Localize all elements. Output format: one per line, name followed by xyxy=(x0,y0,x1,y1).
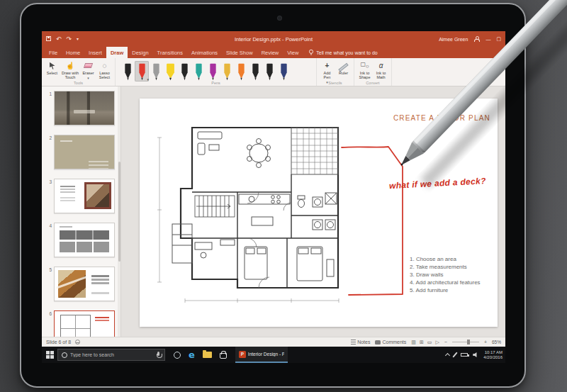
thumbnail-preview[interactable] xyxy=(54,267,115,301)
lasso-select-button[interactable]: ◌ Lasso Select xyxy=(96,60,113,79)
slide-thumbnail[interactable]: 3 xyxy=(46,179,116,213)
pen-swatch[interactable]: ▾ xyxy=(135,61,149,82)
zoom-level[interactable]: 65% xyxy=(492,340,501,345)
pen-swatch[interactable] xyxy=(234,61,248,82)
thumbnail-art xyxy=(55,267,114,301)
volume-icon[interactable] xyxy=(473,352,478,358)
ribbon-tab[interactable]: Insert xyxy=(84,47,106,58)
pen-status-icon[interactable] xyxy=(453,352,458,357)
view-button[interactable]: ⊞ xyxy=(420,340,424,345)
view-button[interactable]: ▥ xyxy=(411,340,416,345)
language-icon[interactable] xyxy=(75,340,80,345)
powerpoint-taskbar-button[interactable]: P Interior Design - P... xyxy=(235,347,288,363)
redo-icon[interactable]: ↷ xyxy=(67,36,72,43)
pen-swatch[interactable] xyxy=(276,61,291,82)
slide-canvas-area: CREATE A FLOOR PLAN xyxy=(121,86,505,337)
clock-date: 4/20/2016 xyxy=(483,355,503,360)
ink-to-shape-button[interactable]: ▢○ Ink to Shape xyxy=(357,60,373,79)
tell-me-box[interactable]: Tell me what you want to do xyxy=(308,47,377,58)
ink-to-math-button[interactable]: α Ink to Math xyxy=(373,60,389,79)
workspace: 1 2 xyxy=(42,86,505,337)
cortana-icon[interactable] xyxy=(174,352,181,359)
thumbnail-art-layer xyxy=(60,315,91,337)
zoom-slider-knob[interactable] xyxy=(467,340,470,345)
microphone-icon[interactable] xyxy=(156,352,161,359)
zoom-slider[interactable] xyxy=(452,342,479,343)
pen-swatch[interactable] xyxy=(248,61,262,82)
pen-swatch[interactable] xyxy=(163,61,177,82)
select-cursor-icon xyxy=(50,61,55,70)
save-icon[interactable] xyxy=(46,36,51,43)
view-button[interactable]: ▭ xyxy=(427,340,432,345)
convert-group-label: Convert xyxy=(354,81,391,85)
edge-browser-icon[interactable]: e xyxy=(189,350,195,359)
share-icon[interactable] xyxy=(473,36,480,42)
view-button[interactable]: ▷ xyxy=(435,340,439,345)
ribbon-tab[interactable]: Slide Show xyxy=(222,47,257,58)
lightbulb-icon xyxy=(308,49,314,56)
eraser-button[interactable]: Eraser ▾ xyxy=(80,60,96,80)
ribbon-tab-row: File Home Insert Draw Design Transitions… xyxy=(42,47,505,58)
thumbnail-preview[interactable] xyxy=(54,223,115,257)
slide-thumbnail[interactable]: 6 xyxy=(46,310,116,337)
minimize-icon[interactable]: — xyxy=(485,37,490,42)
notes-toggle[interactable]: Notes xyxy=(351,340,370,345)
ribbon-group-pens: ▾ xyxy=(116,58,317,86)
pen-swatch[interactable] xyxy=(149,61,163,82)
store-icon[interactable] xyxy=(220,353,227,359)
slide-thumbnails-panel: 1 2 xyxy=(42,86,121,337)
slide-thumbnail[interactable]: 1 xyxy=(46,91,116,125)
hidden-icons-chevron[interactable] xyxy=(445,353,450,358)
taskbar-search[interactable] xyxy=(57,349,165,361)
thumbnail-preview[interactable] xyxy=(54,135,115,169)
thumbnail-art-layer xyxy=(74,110,95,113)
undo-icon[interactable]: ↶ xyxy=(56,36,62,43)
slide-thumbnail[interactable]: 2 xyxy=(46,135,116,169)
ribbon-tab[interactable]: Draw xyxy=(106,47,128,58)
windows-logo-icon xyxy=(46,351,54,359)
ribbon-tab[interactable]: Animations xyxy=(187,47,222,58)
eraser-label: Eraser xyxy=(82,71,94,75)
taskbar-clock[interactable]: 10:17 AM 4/20/2016 xyxy=(483,350,503,360)
pen-swatch[interactable] xyxy=(191,61,206,82)
thumbnail-art-layer xyxy=(60,186,76,187)
pen-swatch[interactable] xyxy=(120,61,135,82)
eraser-dropdown-icon[interactable]: ▾ xyxy=(87,76,89,80)
file-explorer-icon[interactable] xyxy=(203,352,212,358)
ribbon-tab[interactable]: Home xyxy=(62,47,84,58)
slide[interactable]: CREATE A FLOOR PLAN xyxy=(140,99,498,327)
draw-with-touch-button[interactable]: ☝ Draw with Touch xyxy=(60,60,80,79)
ribbon-tab[interactable]: Transitions xyxy=(153,47,187,58)
ribbon-tab[interactable]: Review xyxy=(257,47,284,58)
select-button[interactable]: Select xyxy=(44,60,60,75)
pen-swatch[interactable] xyxy=(262,61,276,82)
ribbon-tab[interactable]: File xyxy=(45,47,62,58)
slide-number: 1 xyxy=(46,91,52,125)
pen-icon xyxy=(208,62,218,82)
restore-icon[interactable]: ▢ xyxy=(496,36,501,42)
notes-icon xyxy=(351,340,356,345)
start-button[interactable] xyxy=(42,347,57,363)
pen-swatch[interactable] xyxy=(220,61,234,82)
comments-toggle[interactable]: Comments xyxy=(375,340,406,345)
slide-thumbnail[interactable]: 4 xyxy=(46,223,116,257)
zoom-in-button[interactable]: + xyxy=(484,340,487,345)
search-input[interactable] xyxy=(70,352,153,357)
comments-icon xyxy=(375,340,381,345)
pen-icon xyxy=(123,62,133,82)
thumbnail-art-layer xyxy=(91,275,109,277)
pen-swatch[interactable] xyxy=(177,61,191,82)
thumbnail-preview[interactable] xyxy=(54,310,115,337)
ruler-button[interactable]: Ruler xyxy=(335,60,352,75)
qat-customize-icon[interactable]: ▾ xyxy=(77,37,79,41)
thumbnail-art xyxy=(55,223,114,257)
ribbon-tab[interactable]: Design xyxy=(128,47,152,58)
ribbon-tab[interactable]: View xyxy=(283,47,303,58)
thumbnail-scrollbar[interactable] xyxy=(118,86,120,337)
battery-icon[interactable] xyxy=(461,353,468,357)
thumbnail-preview[interactable] xyxy=(54,179,115,213)
slide-thumbnail[interactable]: 5 xyxy=(46,267,116,301)
zoom-out-button[interactable]: − xyxy=(444,340,447,345)
pen-swatch[interactable] xyxy=(206,61,220,82)
thumbnail-preview[interactable] xyxy=(54,91,115,125)
